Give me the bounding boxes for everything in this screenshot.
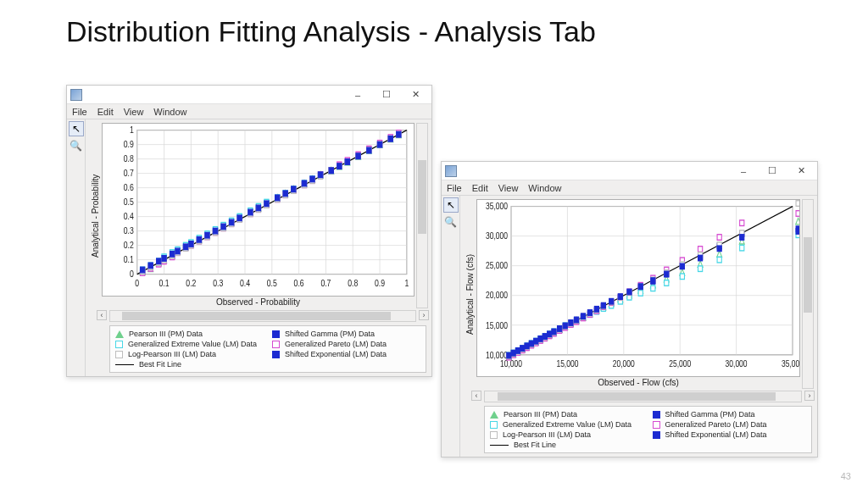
legend-label: Best Fit Line xyxy=(514,441,556,449)
legend-label: Log-Pearson III (LM) Data xyxy=(503,430,591,439)
svg-text:0.7: 0.7 xyxy=(124,169,134,179)
svg-rect-419 xyxy=(558,326,562,332)
menu-edit[interactable]: Edit xyxy=(97,107,114,117)
horizontal-scrollbar[interactable]: ‹ › xyxy=(109,310,416,322)
svg-text:0.5: 0.5 xyxy=(124,197,135,208)
svg-rect-213 xyxy=(229,219,233,225)
scroll-left-icon[interactable]: ‹ xyxy=(97,310,107,320)
legend-item-bestfit: Best Fit Line xyxy=(490,441,806,449)
titlebar: – ☐ ✕ xyxy=(442,162,817,180)
pp-plot[interactable]: 00.10.20.30.40.50.60.70.80.9100.10.20.30… xyxy=(102,123,415,297)
zoom-tool[interactable]: 🔍 xyxy=(443,214,459,230)
svg-rect-418 xyxy=(552,329,556,335)
svg-rect-344 xyxy=(698,266,703,272)
svg-text:0.2: 0.2 xyxy=(124,241,134,251)
svg-text:0.1: 0.1 xyxy=(159,278,170,288)
menu-view[interactable]: View xyxy=(498,183,519,193)
scroll-right-icon[interactable]: › xyxy=(804,391,815,401)
svg-text:0.4: 0.4 xyxy=(240,278,251,288)
svg-rect-215 xyxy=(248,209,253,215)
svg-rect-421 xyxy=(569,320,573,326)
menu-view[interactable]: View xyxy=(124,107,144,117)
svg-rect-428 xyxy=(618,294,622,300)
app-icon xyxy=(445,165,457,177)
menu-edit[interactable]: Edit xyxy=(472,183,488,193)
svg-rect-341 xyxy=(651,286,655,291)
svg-text:0.9: 0.9 xyxy=(124,139,134,149)
legend-item: Shifted Exponential (LM) Data xyxy=(272,350,420,358)
svg-rect-412 xyxy=(525,343,529,349)
menu-file[interactable]: File xyxy=(72,107,87,117)
svg-rect-420 xyxy=(563,323,567,329)
legend-label: Shifted Exponential (LM) Data xyxy=(665,430,767,439)
svg-text:25,000: 25,000 xyxy=(486,260,508,270)
svg-rect-212 xyxy=(221,224,225,230)
close-button[interactable]: ✕ xyxy=(787,163,815,180)
svg-rect-210 xyxy=(205,232,209,238)
menubar: File Edit View Window xyxy=(442,180,817,196)
maximize-button[interactable]: ☐ xyxy=(758,163,787,180)
menu-window[interactable]: Window xyxy=(528,183,561,193)
svg-rect-202 xyxy=(148,263,153,269)
maximize-button[interactable]: ☐ xyxy=(372,86,401,103)
x-axis-label: Observed - Probability xyxy=(102,297,415,308)
qq-plot[interactable]: 10,00015,00020,00025,00030,00035,00010,0… xyxy=(476,199,800,377)
legend-item: Log-Pearson III (LM) Data xyxy=(115,350,264,358)
legend-swatch xyxy=(490,445,509,446)
svg-text:0.1: 0.1 xyxy=(124,255,134,265)
svg-rect-218 xyxy=(275,195,280,201)
minimize-button[interactable]: – xyxy=(343,86,372,103)
svg-text:0.5: 0.5 xyxy=(267,278,278,288)
legend-item: Log-Pearson III (LM) Data xyxy=(490,430,644,439)
svg-rect-204 xyxy=(162,256,166,262)
svg-text:0: 0 xyxy=(135,278,139,288)
legend-label: Generalized Pareto (LM) Data xyxy=(285,340,387,348)
legend-label: Pearson III (PM) Data xyxy=(504,410,577,419)
legend-swatch xyxy=(490,431,498,439)
svg-rect-219 xyxy=(283,191,287,197)
svg-rect-220 xyxy=(292,186,296,192)
toolstrip: ↖ 🔍 xyxy=(67,119,86,376)
svg-text:0.6: 0.6 xyxy=(124,183,134,193)
legend-label: Generalized Pareto (LM) Data xyxy=(665,420,767,429)
pointer-tool[interactable]: ↖ xyxy=(443,197,459,213)
app-icon xyxy=(70,89,82,101)
svg-rect-222 xyxy=(310,176,314,182)
close-button[interactable]: ✕ xyxy=(401,86,430,103)
legend-label: Generalized Extreme Value (LM) Data xyxy=(128,340,257,348)
svg-text:35,000: 35,000 xyxy=(782,358,800,369)
svg-rect-425 xyxy=(594,307,598,313)
legend-swatch xyxy=(653,431,660,439)
menu-file[interactable]: File xyxy=(447,183,462,193)
svg-text:35,000: 35,000 xyxy=(486,201,508,211)
svg-rect-214 xyxy=(237,215,242,221)
svg-rect-426 xyxy=(601,302,605,308)
scroll-left-icon[interactable]: ‹ xyxy=(471,391,481,401)
zoom-tool[interactable]: 🔍 xyxy=(69,138,84,153)
svg-rect-415 xyxy=(538,336,542,342)
menu-window[interactable]: Window xyxy=(153,107,186,117)
svg-rect-340 xyxy=(638,291,643,297)
svg-text:20,000: 20,000 xyxy=(486,291,508,301)
svg-text:20,000: 20,000 xyxy=(613,358,635,369)
legend-label: Pearson III (PM) Data xyxy=(129,330,203,338)
menubar: File Edit View Window xyxy=(67,104,431,119)
svg-rect-201 xyxy=(140,267,144,273)
pointer-tool[interactable]: ↖ xyxy=(69,121,84,136)
legend-swatch xyxy=(490,411,498,419)
vertical-scrollbar[interactable] xyxy=(802,199,814,389)
svg-rect-430 xyxy=(638,284,643,290)
horizontal-scrollbar[interactable]: ‹ › xyxy=(484,391,802,402)
legend-item: Generalized Extreme Value (LM) Data xyxy=(490,420,644,429)
svg-rect-376 xyxy=(740,220,744,226)
scroll-right-icon[interactable]: › xyxy=(419,310,429,320)
minimize-button[interactable]: – xyxy=(729,163,758,180)
vertical-scrollbar[interactable] xyxy=(416,123,428,308)
svg-text:0.3: 0.3 xyxy=(124,226,134,236)
legend: Pearson III (PM) DataShifted Gamma (PM) … xyxy=(109,325,426,373)
svg-rect-346 xyxy=(740,245,744,251)
legend-item: Pearson III (PM) Data xyxy=(490,410,644,419)
svg-rect-436 xyxy=(740,235,744,241)
svg-text:30,000: 30,000 xyxy=(486,230,508,241)
svg-rect-434 xyxy=(698,255,703,261)
